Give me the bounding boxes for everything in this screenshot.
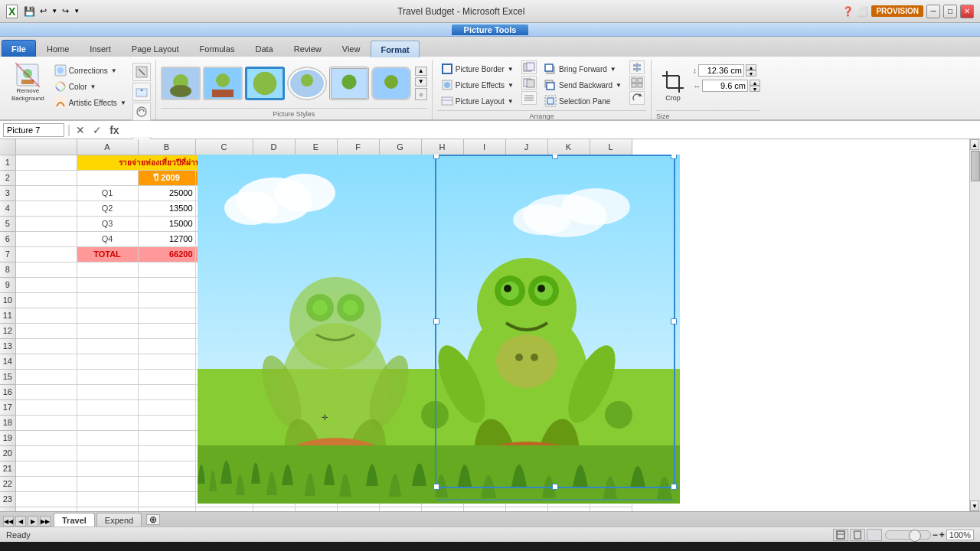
cell-r1-0[interactable] <box>15 155 77 170</box>
row-header-10[interactable]: 10 <box>0 292 15 308</box>
cell-r11-c0[interactable] <box>77 308 138 323</box>
scroll-thumb[interactable] <box>971 151 980 181</box>
cell-r2-0[interactable] <box>15 170 77 185</box>
cell-r5-c0[interactable]: Q3 <box>77 216 138 231</box>
reset-pic-btn[interactable] <box>132 103 151 121</box>
row-header-7[interactable]: 7 <box>0 246 15 262</box>
row-header-21[interactable]: 21 <box>0 461 15 476</box>
row-header-1[interactable]: 1 <box>0 155 15 170</box>
group-btn[interactable] <box>629 76 645 90</box>
cancel-formula-btn[interactable]: ✕ <box>74 124 87 136</box>
cell-r13-c0[interactable] <box>77 338 138 354</box>
rotate-btn[interactable] <box>629 91 645 105</box>
tab-formulas[interactable]: Formulas <box>190 40 245 57</box>
cell-r10-c0[interactable] <box>77 292 138 308</box>
undo-btn[interactable]: ↩ <box>40 6 47 16</box>
row-header-4[interactable]: 4 <box>0 201 15 216</box>
zoom-thumb[interactable] <box>909 530 921 542</box>
cell-r24-c6[interactable] <box>379 507 421 511</box>
row-header-20[interactable]: 20 <box>0 445 15 461</box>
row-header-14[interactable]: 14 <box>0 354 15 369</box>
picture-border-btn[interactable]: Picture Border ▼ <box>437 61 518 77</box>
compress-pic-btn[interactable] <box>132 63 151 81</box>
row-header-5[interactable]: 5 <box>0 216 15 231</box>
cell-r9-0[interactable] <box>15 277 77 292</box>
sheet-next-btn[interactable]: ▶ <box>28 516 38 527</box>
cell-r24-c0[interactable] <box>77 507 138 511</box>
customize-btn[interactable]: ▼ <box>74 8 80 15</box>
cell-r14-c1[interactable] <box>138 354 195 369</box>
cell-r2-c1[interactable]: ปี 2009 <box>138 170 195 185</box>
tab-view[interactable]: View <box>332 40 371 57</box>
cell-r6-0[interactable] <box>15 231 77 246</box>
cell-r22-c1[interactable] <box>138 476 195 491</box>
maximize-btn[interactable]: □ <box>943 5 957 18</box>
cell-r4-c1[interactable]: 13500 <box>138 201 195 216</box>
scroll-down-btn[interactable]: ▼ <box>970 500 979 511</box>
tab-file[interactable]: File <box>2 40 36 57</box>
cell-r16-c1[interactable] <box>138 384 195 399</box>
cell-r24-0[interactable] <box>15 507 77 511</box>
col-header-h[interactable]: H <box>421 139 463 155</box>
cell-r5-0[interactable] <box>15 216 77 231</box>
sheet-tab-expend[interactable]: Expend <box>96 513 142 527</box>
row-header-11[interactable]: 11 <box>0 308 15 323</box>
cell-r21-0[interactable] <box>15 461 77 476</box>
col-header-k[interactable]: K <box>547 139 590 155</box>
sheet-first-btn[interactable]: ◀◀ <box>3 516 14 527</box>
cell-r24-c10[interactable] <box>547 507 590 511</box>
cell-r16-c0[interactable] <box>77 384 138 399</box>
cell-r20-0[interactable] <box>15 445 77 461</box>
minimize-btn[interactable]: ─ <box>926 5 940 18</box>
cell-r11-0[interactable] <box>15 308 77 323</box>
cell-r4-0[interactable] <box>15 201 77 216</box>
send-backward-btn[interactable]: Send Backward ▼ <box>541 77 626 93</box>
cell-r8-0[interactable] <box>15 262 77 277</box>
width-down[interactable]: ▼ <box>750 86 760 92</box>
name-box[interactable] <box>3 123 64 137</box>
zoom-level[interactable]: 100% <box>946 530 974 540</box>
cell-r18-c1[interactable] <box>138 415 195 430</box>
cell-r15-c0[interactable] <box>77 369 138 384</box>
insert-function-btn[interactable]: fx <box>107 124 121 136</box>
scroll-up-btn[interactable]: ▲ <box>970 139 979 150</box>
color-btn[interactable]: Color ▼ <box>51 79 130 94</box>
send-backward-dropdown[interactable]: ▼ <box>616 82 622 89</box>
cell-r3-0[interactable] <box>15 185 77 201</box>
cell-r24-c2[interactable] <box>195 507 253 511</box>
cell-r10-c1[interactable] <box>138 292 195 308</box>
cell-r23-c1[interactable] <box>138 491 195 507</box>
col-header-d[interactable]: D <box>253 139 295 155</box>
cell-r20-c1[interactable] <box>138 445 195 461</box>
redo-btn[interactable]: ↪ <box>62 6 69 16</box>
cell-r21-c0[interactable] <box>77 461 138 476</box>
row-header-22[interactable]: 22 <box>0 476 15 491</box>
sheet-tab-travel[interactable]: Travel <box>54 513 95 527</box>
cell-r12-c0[interactable] <box>77 323 138 338</box>
ribbon-toggle[interactable]: ⬜ <box>857 6 868 17</box>
cell-r24-c8[interactable] <box>463 507 505 511</box>
cell-r13-0[interactable] <box>15 338 77 354</box>
pic-style-6[interactable] <box>371 67 411 100</box>
tab-insert[interactable]: Insert <box>80 40 121 57</box>
cell-r4-c0[interactable]: Q2 <box>77 201 138 216</box>
cell-r24-c11[interactable] <box>590 507 632 511</box>
cell-r7-c1[interactable]: 66200 <box>138 246 195 262</box>
normal-view-btn[interactable] <box>833 529 848 541</box>
col-header-a[interactable]: A <box>77 139 138 155</box>
row-header-6[interactable]: 6 <box>0 231 15 246</box>
cell-r24-c9[interactable] <box>505 507 547 511</box>
cell-r24-c3[interactable] <box>253 507 295 511</box>
col-header-l[interactable]: L <box>590 139 632 155</box>
pic-style-3[interactable] <box>245 67 285 100</box>
row-header-3[interactable]: 3 <box>0 185 15 201</box>
cell-r12-c1[interactable] <box>138 323 195 338</box>
cell-r17-c0[interactable] <box>77 399 138 415</box>
col-header-row[interactable] <box>15 139 77 155</box>
cell-r17-c1[interactable] <box>138 399 195 415</box>
corrections-dropdown[interactable]: ▼ <box>111 67 117 74</box>
col-header-c[interactable]: C <box>195 139 253 155</box>
tab-format[interactable]: Format <box>371 41 419 57</box>
tab-page-layout[interactable]: Page Layout <box>122 40 189 57</box>
formula-input[interactable] <box>125 123 977 137</box>
